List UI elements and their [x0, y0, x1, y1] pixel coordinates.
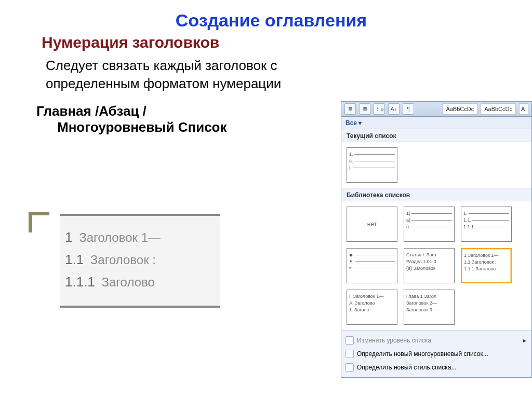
path-line-1: Главная /Абзац /	[36, 103, 147, 119]
thumb-heading-numbered[interactable]: 1 Заголовок 1— 1.1 Заголовок : 1.1.1 Заг…	[461, 248, 512, 283]
style-no-spacing[interactable]: AaBbCcDc	[481, 103, 516, 115]
thumb-none[interactable]: нет	[347, 207, 397, 242]
multilevel-list-icon[interactable]: ⋮≡	[374, 103, 385, 115]
paragraph-mark-icon[interactable]: ¶	[403, 103, 414, 115]
preview-text-3: Заголово	[102, 275, 155, 289]
slide-subtitle: Нумерация заголовков	[42, 34, 506, 51]
indent-icon[interactable]: ≣	[344, 103, 356, 115]
thumb-bullets[interactable]	[347, 248, 397, 283]
style-normal[interactable]: AaBbCcDc	[442, 103, 477, 115]
preview-num-1: 1	[65, 229, 72, 245]
dropdown-menu-footer: Изменить уровень списка Определить новый…	[341, 331, 531, 377]
preview-row-3: 1.1.1 Заголово	[65, 274, 218, 290]
slide-body: Следует связать каждый заголовок с опред…	[46, 57, 316, 93]
menu-path: Главная /Абзац / Многоуровневый Список	[36, 103, 307, 135]
sort-icon[interactable]: А↓	[388, 103, 400, 115]
menu-change-list-level: Изменить уровень списка	[341, 334, 531, 347]
menu-define-new-multilevel-list[interactable]: Определить новый многоуровневый список..…	[341, 347, 531, 361]
thumb-chapter-heading[interactable]: Глава 1 Загол Заголовок 2— Заголовок 3—	[404, 290, 455, 325]
style-heading[interactable]: A	[519, 103, 528, 115]
thumb-decimal-nested[interactable]: 1. 1.1. 1.1.1.	[461, 207, 512, 242]
preview-row-2: 1.1 Заголовок :	[65, 252, 218, 268]
thumb-article-section[interactable]: Статья I. Заго Раздел 1.01 З (a) Заголов…	[404, 248, 455, 283]
slide-title: Создание оглавления	[36, 10, 506, 31]
corner-decoration	[29, 212, 55, 238]
all-dropdown[interactable]: Все ▾	[341, 117, 531, 129]
multilevel-list-dropdown: ≣ ≣ ⋮≡ А↓ ¶ AaBbCcDc AaBbCcDc A Все ▾ Те…	[341, 101, 532, 378]
outdent-icon[interactable]: ≣	[359, 103, 370, 115]
path-line-2: Многоуровневый Список	[57, 119, 307, 135]
heading-preview-box: 1 Заголовок 1— 1.1 Заголовок : 1.1.1 Заг…	[60, 214, 220, 308]
ribbon-strip: ≣ ≣ ⋮≡ А↓ ¶ AaBbCcDc AaBbCcDc A	[341, 102, 531, 117]
preview-text-2: Заголовок :	[90, 253, 156, 267]
thumb-1-a-i-paren[interactable]: 1) a) i)	[404, 207, 455, 242]
thumb-roman-heading[interactable]: I. Заголовок 1— A. Заголово 1. Заголо	[347, 290, 397, 325]
preview-num-3: 1.1.1	[65, 274, 95, 290]
preview-num-2: 1.1	[65, 252, 84, 267]
section-list-library: Библиотека списков	[341, 188, 531, 201]
menu-define-new-list-style[interactable]: Определить новый стиль списка...	[341, 361, 531, 374]
preview-text-1: Заголовок 1—	[79, 230, 161, 244]
section-current-list: Текущий список	[341, 129, 531, 142]
thumb-current[interactable]: 1. a. i.	[347, 147, 397, 183]
preview-row-1: 1 Заголовок 1—	[65, 229, 218, 245]
